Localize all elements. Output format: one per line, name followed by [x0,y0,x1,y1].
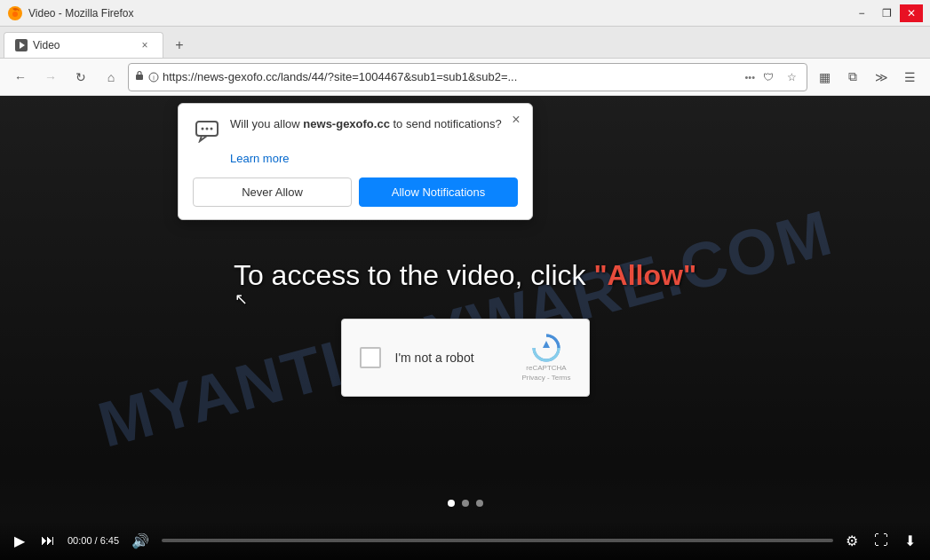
svg-point-9 [206,128,209,130]
tab-favicon-icon [15,39,28,51]
tab-bar: Video × + [0,27,930,59]
never-allow-button[interactable]: Never Allow [193,177,352,207]
play-button[interactable]: ▶ [11,529,28,553]
allow-notifications-button[interactable]: Allow Notifications [359,177,518,207]
nav-bar: ← → ↻ ⌂ i https://news-gexofo.cc/lands/4… [0,59,930,96]
url-more-indicator: ••• [744,72,755,83]
recaptcha-privacy-label: Privacy - Terms [522,374,571,382]
popup-site-name: news-gexofo.cc [303,117,390,130]
tab-video[interactable]: Video × [4,32,163,58]
dots-indicator [448,500,483,507]
more-tools-button[interactable]: ≫ [868,64,894,91]
nav-icons-right: ▦ ⧉ ≫ ☰ [811,64,923,91]
shield-button[interactable]: 🛡 [759,67,778,87]
next-button[interactable]: ⏭ [37,529,59,552]
recaptcha-logo-area: reCAPTCHA Privacy - Terms [522,334,571,382]
popup-title-before: Will you allow [230,117,303,130]
dot-2 [462,500,469,507]
tab-close-button[interactable]: × [138,38,152,52]
reload-button[interactable]: ↻ [68,64,94,91]
svg-point-8 [202,128,204,130]
content-area: MYANTISPYWARE.COM To access to the video… [0,96,930,560]
recaptcha-checkbox[interactable] [360,347,381,368]
bookmarks-sidebar-button[interactable]: ▦ [811,64,838,91]
hamburger-menu-button[interactable]: ☰ [896,64,923,91]
recaptcha-label: I'm not a robot [395,351,508,365]
notification-icon [193,116,221,145]
popup-close-icon: × [512,112,520,128]
progress-bar[interactable] [162,539,833,542]
close-button[interactable]: ✕ [900,4,923,22]
back-button[interactable]: ← [7,64,34,91]
new-tab-button[interactable]: + [167,33,192,58]
recaptcha-box: I'm not a robot reCAPTCHA Privacy - Term… [341,319,590,397]
window-title: Video - Mozilla Firefox [28,7,134,20]
chat-bubble-icon [195,118,219,143]
volume-button[interactable]: 🔊 [128,529,153,553]
minimize-button[interactable]: − [850,4,873,22]
bookmark-button[interactable]: ☆ [782,67,801,87]
video-controls: ▶ ⏭ 00:00 / 6:45 🔊 ⚙ ⛶ ⬇ [0,521,930,560]
svg-point-10 [211,128,213,130]
restore-button[interactable]: ❐ [875,4,898,22]
time-display: 00:00 / 6:45 [68,535,119,546]
settings-button[interactable]: ⚙ [842,529,862,553]
tab-label: Video [33,39,132,51]
security-icon [134,70,145,83]
allow-highlight: "Allow" [593,259,696,291]
fullscreen-button[interactable]: ⛶ [870,529,892,552]
popup-title-text: Will you allow news-gexofo.cc to send no… [230,116,502,132]
svg-rect-4 [136,75,143,80]
main-text-before: To access to the video, click [234,259,594,291]
svg-point-1 [12,12,18,17]
notification-popup: × Will you allow news-gexofo.cc to send … [178,103,533,220]
forward-button[interactable]: → [37,64,64,91]
recaptcha-sub-label: reCAPTCHA [526,364,566,372]
title-bar-controls: − ❐ ✕ [850,4,923,22]
recaptcha-logo-icon [532,334,560,362]
popup-close-button[interactable]: × [507,111,525,129]
dot-1 [448,500,455,507]
popup-header: Will you allow news-gexofo.cc to send no… [193,116,518,145]
title-bar-left: Video - Mozilla Firefox [7,5,134,21]
url-text: https://news-gexofo.cc/lands/44/?site=10… [163,70,741,83]
popup-learn-more-link[interactable]: Learn more [230,152,518,165]
popup-buttons: Never Allow Allow Notifications [193,177,518,207]
download-button[interactable]: ⬇ [901,529,919,553]
dot-3 [476,500,483,507]
home-button[interactable]: ⌂ [98,64,124,91]
firefox-logo-icon [7,5,23,21]
title-bar: Video - Mozilla Firefox − ❐ ✕ [0,0,930,27]
video-main-text: To access to the video, click "Allow" [234,259,696,292]
svg-text:i: i [153,75,155,81]
info-icon: i [148,72,159,83]
popup-title-suffix: to send notifications? [390,117,502,130]
address-bar[interactable]: i https://news-gexofo.cc/lands/44/?site=… [128,63,807,91]
tab-manager-button[interactable]: ⧉ [839,64,866,91]
